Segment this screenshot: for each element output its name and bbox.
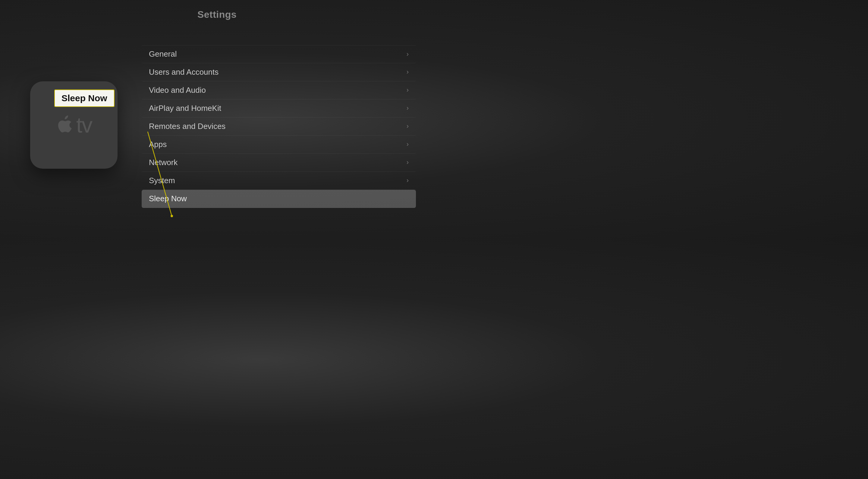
chevron-icon-users-and-accounts: › bbox=[407, 68, 409, 76]
menu-item-label-video-and-audio: Video and Audio bbox=[149, 86, 206, 95]
menu-item-label-general: General bbox=[149, 50, 177, 59]
chevron-icon-general: › bbox=[407, 50, 409, 58]
menu-item-label-apps: Apps bbox=[149, 140, 167, 149]
menu-item-remotes-and-devices[interactable]: Remotes and Devices› bbox=[142, 118, 416, 135]
chevron-icon-airplay-and-homekit: › bbox=[407, 104, 409, 112]
chevron-icon-network: › bbox=[407, 158, 409, 166]
svg-point-1 bbox=[170, 215, 173, 217]
menu-item-users-and-accounts[interactable]: Users and Accounts› bbox=[142, 63, 416, 81]
settings-menu: General›Users and Accounts›Video and Aud… bbox=[142, 45, 416, 208]
menu-item-video-and-audio[interactable]: Video and Audio› bbox=[142, 81, 416, 99]
page-title: Settings bbox=[0, 0, 434, 20]
main-content: tv Sleep Now General›Users and Accounts›… bbox=[0, 20, 434, 235]
menu-item-sleep-now[interactable]: Sleep Now bbox=[142, 190, 416, 208]
chevron-icon-video-and-audio: › bbox=[407, 86, 409, 94]
menu-item-apps[interactable]: Apps› bbox=[142, 135, 416, 154]
chevron-icon-remotes-and-devices: › bbox=[407, 122, 409, 130]
menu-item-airplay-and-homekit[interactable]: AirPlay and HomeKit› bbox=[142, 99, 416, 118]
chevron-icon-apps: › bbox=[407, 140, 409, 148]
menu-item-label-system: System bbox=[149, 176, 175, 185]
menu-item-network[interactable]: Network› bbox=[142, 154, 416, 172]
menu-item-system[interactable]: System› bbox=[142, 172, 416, 190]
menu-item-general[interactable]: General› bbox=[142, 45, 416, 63]
menu-item-label-sleep-now: Sleep Now bbox=[149, 194, 187, 203]
menu-item-label-users-and-accounts: Users and Accounts bbox=[149, 67, 218, 77]
tv-label: tv bbox=[76, 114, 92, 136]
menu-item-label-airplay-and-homekit: AirPlay and HomeKit bbox=[149, 104, 221, 113]
chevron-icon-system: › bbox=[407, 177, 409, 184]
apple-tv-logo: tv bbox=[56, 114, 92, 136]
sleep-now-callout: Sleep Now bbox=[54, 90, 115, 107]
apple-logo-icon bbox=[56, 115, 74, 135]
menu-item-label-remotes-and-devices: Remotes and Devices bbox=[149, 122, 225, 131]
menu-item-label-network: Network bbox=[149, 158, 178, 167]
